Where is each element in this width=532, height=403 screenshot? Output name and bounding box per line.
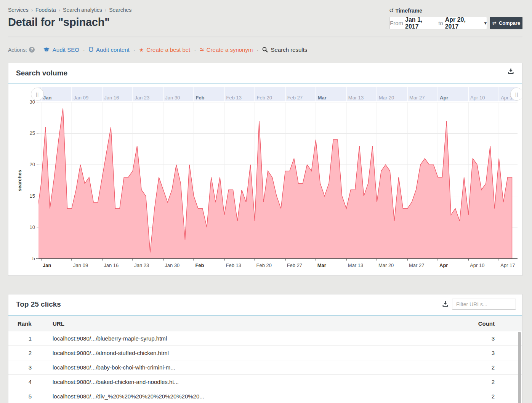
action-search-results[interactable]: Search results [262,46,307,53]
breadcrumb-separator: › [31,7,33,13]
brush-tick-label: Mar [318,95,327,101]
page-title: Detail for "spinach" [8,16,110,29]
table-row: 5localhost:9080/.../div_%20%20%20%20%20%… [8,389,522,403]
grip-icon: || [515,92,518,97]
url-cell[interactable]: localhost:9080/.../div_%20%20%20%20%20%2… [53,389,204,403]
grip-icon: || [36,92,39,97]
search-volume-title: Search volume [16,69,67,77]
stethoscope-icon: ℧ [89,47,93,53]
brush-tick-label: Mar 20 [379,95,394,101]
brush-tick-label: Jan 09 [74,95,88,101]
top-clicks-title: Top 25 clicks [16,300,61,309]
action-audit-seo[interactable]: Audit SEO [43,46,79,53]
action-audit-content[interactable]: ℧Audit content [89,46,130,53]
x-axis-tick-label: Jan [43,262,51,268]
url-cell[interactable]: localhost:9080/.../baby-bok-choi-with-cr… [53,360,175,374]
table-scrollbar-thumb[interactable] [518,332,521,403]
x-axis-tick-label: Mar 13 [348,262,363,268]
timeframe-selector[interactable]: From Jan 1, 2017 to Apr 20, 2017 ▾ [389,17,487,29]
brush-tick-label: Apr [440,95,448,101]
table-body: 1localhost:9080/.../blueberry-maple-syru… [8,331,522,403]
help-icon[interactable]: ? [29,47,35,53]
action-separator: · [256,46,258,53]
brush-handle-right[interactable]: || [511,88,522,101]
download-chart-button[interactable] [508,69,514,76]
y-axis-tick-label: 15 [30,193,35,199]
action-separator: · [83,46,85,53]
count-cell: 2 [492,389,495,403]
x-axis-tick-label: Feb 27 [287,262,302,268]
y-axis-label: searches [17,170,22,191]
rank-cell: 5 [18,389,43,403]
count-cell: 3 [492,331,495,345]
count-cell: 2 [492,360,495,374]
column-header-rank: Rank [18,316,32,331]
download-table-button[interactable] [442,301,448,309]
breadcrumb: Services›Foodista›Search analytics›Searc… [8,7,131,13]
brush-tick-label: Feb 27 [287,95,303,101]
breadcrumb-item: Searches [109,7,131,13]
action-label: Create a synonym [207,46,253,53]
compare-button[interactable]: ⇄ Compare [490,17,522,29]
action-create-a-synonym[interactable]: ≈Create a synonym [200,46,253,53]
action-separator: · [133,46,135,53]
url-cell[interactable]: localhost:9080/.../blueberry-maple-syrup… [53,331,167,345]
brush-tick-label: Feb 13 [226,95,241,101]
download-icon [442,301,448,307]
timeframe-from-label: From [390,20,403,26]
search-volume-chart: JanJan 09Jan 16Jan 23Jan 30FebFeb 13Feb … [8,84,522,273]
x-axis-tick-label: Mar [317,262,326,268]
y-axis-tick-label: 30 [30,99,35,105]
breadcrumb-item[interactable]: Search analytics [63,7,102,13]
approx-icon: ≈ [200,46,204,53]
x-axis-tick-label: Mar 20 [378,262,394,268]
search-volume-panel: Search volume JanJan 09Jan 16Jan 23Jan 3… [8,63,522,276]
brush-tick-label: Mar 27 [409,95,425,101]
brush-handle-left[interactable]: || [31,88,44,101]
x-axis-tick-label: Jan 30 [165,262,179,268]
filter-urls-input[interactable] [452,299,516,310]
brush-tick-label: Feb 20 [257,95,272,101]
actions-row: Actions: ? Audit SEO·℧Audit content·★Cre… [8,46,307,53]
area-series-fill [37,108,512,259]
brush-tick-label: Apr 10 [470,95,485,101]
count-cell: 2 [492,375,495,389]
search-icon [262,47,268,53]
breadcrumb-item[interactable]: Foodista [35,7,56,13]
x-axis-tick-label: Jan 16 [104,262,119,268]
x-axis-tick-label: Jan 09 [73,262,88,268]
breadcrumb-item[interactable]: Services [8,7,29,13]
timeframe-label: ↺Timeframe [389,7,422,14]
graduation-cap-icon [43,47,50,52]
breadcrumb-separator: › [59,7,60,13]
top-clicks-panel: Top 25 clicks Rank URL Count 1localhost:… [8,294,522,403]
column-header-url: URL [53,316,64,331]
timeframe-to-label: to [438,20,443,26]
url-cell[interactable]: localhost:9080/.../baked-chicken-and-noo… [53,375,179,389]
action-label: Create a best bet [146,46,190,53]
x-axis-tick-label: Apr 10 [470,262,484,268]
url-cell[interactable]: localhost:9080/.../almond-stuffed-chicke… [53,346,169,360]
download-icon [508,69,514,74]
action-label: Audit content [96,46,130,53]
star-icon: ★ [139,47,144,53]
header-divider [8,37,522,37]
column-header-count: Count [478,316,495,331]
x-axis-tick-label: Mar 27 [409,262,424,268]
x-axis-tick-label: Feb 13 [226,262,241,268]
rank-cell: 4 [18,375,43,389]
action-label: Audit SEO [53,46,79,53]
x-axis-tick-label: Feb [195,262,204,268]
table-header: Rank URL Count [8,316,522,332]
y-axis-tick-label: 20 [30,162,35,167]
table-row: 2localhost:9080/.../almond-stuffed-chick… [8,346,522,360]
table-row: 1localhost:9080/.../blueberry-maple-syru… [8,331,522,346]
x-axis-tick-label: Feb 20 [256,262,272,268]
y-axis-tick-label: 10 [30,224,35,230]
actions-label: Actions: [8,47,27,53]
brush-tick-label: Jan 30 [165,95,180,101]
y-axis-tick-label: 25 [30,130,35,136]
brush-tick-label: Jan 16 [104,95,119,101]
rank-cell: 1 [18,331,43,345]
action-create-a-best-bet[interactable]: ★Create a best bet [139,46,191,53]
